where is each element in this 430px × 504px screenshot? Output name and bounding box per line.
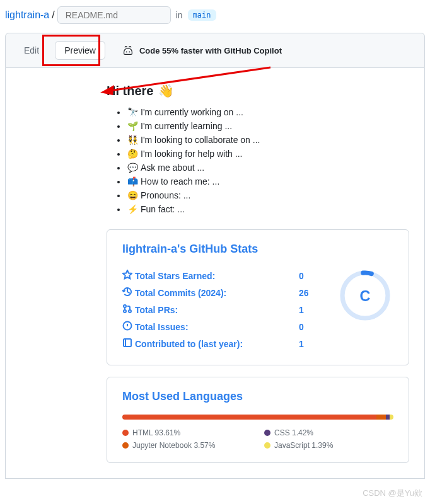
list-item: 🤔I'm looking for help with ... [127, 149, 409, 159]
list-item: 🌱I'm currently learning ... [127, 121, 409, 131]
language-segment [390, 415, 393, 420]
filename-input[interactable] [57, 6, 171, 24]
rank-circle: C [337, 267, 393, 324]
languages-card: Most Used Languages HTML 93.61%CSS 1.42%… [107, 377, 409, 463]
stats-value: 26 [299, 288, 318, 298]
svg-text:C: C [360, 288, 371, 304]
pr-icon [122, 304, 135, 316]
history-icon [122, 287, 135, 299]
readme-body: Hi there 👋 🔭I'm currently working on ...… [6, 83, 424, 463]
breadcrumb: lightrain-a / in main [0, 0, 430, 28]
list-item: ⚡Fun fact: ... [127, 204, 409, 214]
stats-value: 0 [299, 271, 318, 281]
svg-point-1 [129, 51, 130, 52]
copilot-text: Code 55% faster with GitHub Copilot [139, 46, 282, 55]
language-bar [122, 415, 393, 420]
in-label: in [176, 10, 183, 20]
language-item: CSS 1.42% [264, 428, 393, 437]
stats-row: Total PRs:1 [122, 301, 318, 318]
stats-value: 0 [299, 322, 318, 332]
svg-point-4 [124, 310, 126, 312]
copilot-icon [122, 45, 134, 55]
separator: / [52, 9, 54, 21]
list-item-text: I'm currently learning ... [141, 121, 232, 131]
color-dot-icon [122, 442, 129, 449]
language-label: Jupyter Notebook 3.57% [132, 441, 215, 450]
stats-label: Total Stars Earned: [135, 271, 299, 281]
list-item: 🔭I'm currently working on ... [127, 107, 409, 117]
emoji-icon: 🌱 [127, 121, 138, 131]
stats-value: 1 [299, 305, 318, 315]
color-dot-icon [122, 430, 129, 436]
language-grid: HTML 93.61%CSS 1.42%Jupyter Notebook 3.5… [122, 428, 393, 450]
edit-tab[interactable]: Edit [15, 41, 49, 60]
readme-list: 🔭I'm currently working on ...🌱I'm curren… [107, 107, 409, 214]
emoji-icon: 📫 [127, 176, 138, 186]
list-item: 📫How to reach me: ... [127, 176, 409, 186]
wave-icon: 👋 [158, 83, 174, 98]
language-segment [122, 415, 376, 420]
list-item-text: Pronouns: ... [141, 190, 190, 200]
svg-rect-7 [124, 339, 131, 346]
stats-table: Total Stars Earned:0Total Commits (2024)… [122, 267, 318, 352]
readme-heading: Hi there 👋 [107, 83, 409, 98]
emoji-icon: 👯 [127, 135, 138, 145]
emoji-icon: 😄 [127, 190, 138, 200]
languages-title: Most Used Languages [122, 390, 393, 403]
stats-row: Total Commits (2024):26 [122, 284, 318, 301]
stats-label: Total Issues: [135, 322, 299, 332]
svg-point-3 [124, 305, 126, 307]
list-item-text: I'm looking to collaborate on ... [141, 135, 260, 145]
branch-badge[interactable]: main [188, 9, 216, 21]
toolbar: Edit Preview Code 55% faster with GitHub… [5, 33, 425, 68]
stats-title: lightrain-a's GitHub Stats [122, 243, 393, 256]
repo-icon [122, 338, 135, 350]
list-item-text: I'm looking for help with ... [141, 149, 242, 159]
language-item: JavaScript 1.39% [264, 441, 393, 450]
copilot-banner[interactable]: Code 55% faster with GitHub Copilot [122, 45, 282, 55]
star-icon [122, 270, 135, 282]
color-dot-icon [264, 430, 270, 436]
language-label: JavaScript 1.39% [274, 441, 333, 450]
list-item-text: I'm currently working on ... [141, 107, 243, 117]
emoji-icon: 🔭 [127, 107, 138, 117]
svg-point-0 [126, 51, 127, 52]
list-item: 💬Ask me about ... [127, 163, 409, 173]
language-item: Jupyter Notebook 3.57% [122, 441, 252, 450]
language-segment [376, 415, 386, 420]
preview-content: Hi there 👋 🔭I'm currently working on ...… [5, 68, 425, 479]
list-item: 😄Pronouns: ... [127, 190, 409, 200]
list-item-text: How to reach me: ... [141, 176, 219, 186]
list-item-text: Ask me about ... [141, 163, 204, 173]
color-dot-icon [264, 442, 270, 449]
issue-icon [122, 321, 135, 333]
language-label: CSS 1.42% [274, 428, 313, 437]
stats-label: Total Commits (2024): [135, 288, 299, 298]
list-item-text: Fun fact: ... [141, 204, 185, 214]
preview-tab[interactable]: Preview [55, 41, 105, 60]
stats-row: Total Stars Earned:0 [122, 267, 318, 284]
stats-row: Contributed to (last year):1 [122, 335, 318, 352]
emoji-icon: 💬 [127, 163, 138, 173]
stats-label: Contributed to (last year): [135, 339, 299, 349]
emoji-icon: 🤔 [127, 149, 138, 159]
repo-link[interactable]: lightrain-a [5, 9, 49, 21]
list-item: 👯I'm looking to collaborate on ... [127, 135, 409, 145]
svg-point-5 [129, 310, 131, 312]
emoji-icon: ⚡ [127, 204, 138, 214]
language-item: HTML 93.61% [122, 428, 252, 437]
github-stats-card: lightrain-a's GitHub Stats Total Stars E… [107, 229, 409, 365]
stats-label: Total PRs: [135, 305, 299, 315]
stats-row: Total Issues:0 [122, 318, 318, 335]
language-label: HTML 93.61% [132, 428, 180, 437]
stats-value: 1 [299, 339, 318, 349]
